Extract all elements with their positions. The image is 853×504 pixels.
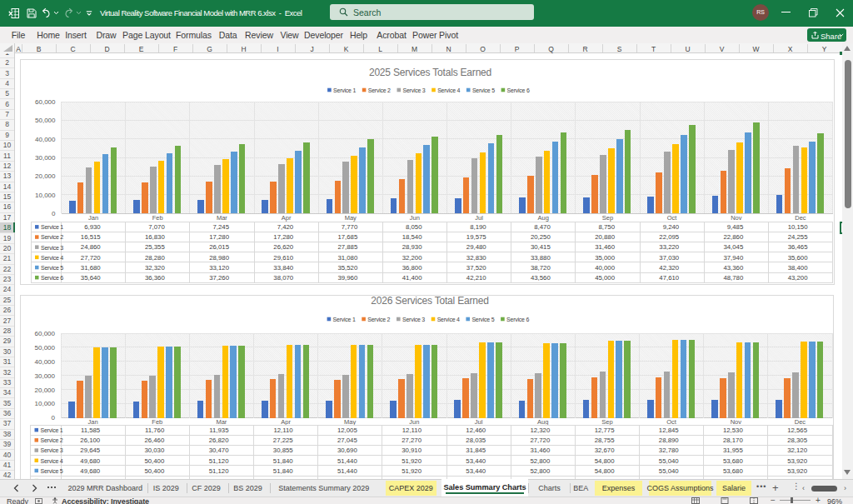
svg-text:Service 5: Service 5 (41, 264, 63, 270)
svg-text:Service 6: Service 6 (506, 87, 529, 92)
svg-text:Feb: Feb (152, 214, 162, 222)
svg-text:12,110: 12,110 (273, 426, 293, 433)
svg-text:32,200: 32,200 (402, 253, 422, 261)
svg-text:29,480: 29,480 (466, 243, 486, 251)
svg-text:Service 2: Service 2 (367, 87, 390, 92)
svg-text:Mar: Mar (216, 417, 227, 425)
svg-text:60,000: 60,000 (35, 97, 56, 105)
svg-text:17,280: 17,280 (209, 233, 230, 241)
svg-text:52,800: 52,800 (530, 467, 551, 474)
svg-text:29,610: 29,610 (273, 253, 294, 261)
svg-text:50,400: 50,400 (144, 457, 165, 464)
svg-text:52,800: 52,800 (530, 457, 551, 464)
svg-text:31,845: 31,845 (466, 447, 486, 454)
svg-text:28,755: 28,755 (595, 437, 616, 444)
svg-text:28,980: 28,980 (209, 253, 230, 261)
svg-text:33,220: 33,220 (659, 243, 680, 251)
svg-text:Jun: Jun (409, 214, 419, 222)
svg-text:28,170: 28,170 (723, 437, 744, 444)
svg-text:12,845: 12,845 (659, 426, 680, 433)
svg-text:12,110: 12,110 (402, 426, 422, 433)
svg-text:27,225: 27,225 (273, 437, 294, 444)
svg-text:36,800: 36,800 (402, 263, 422, 271)
svg-text:20,880: 20,880 (595, 233, 616, 241)
svg-text:Service 6: Service 6 (506, 316, 529, 322)
svg-text:20,000: 20,000 (35, 172, 56, 180)
svg-text:22,095: 22,095 (659, 233, 680, 241)
svg-text:Service 4: Service 4 (437, 316, 460, 322)
svg-text:Service 2: Service 2 (41, 437, 63, 443)
svg-text:May: May (344, 417, 356, 425)
svg-text:30,855: 30,855 (273, 447, 294, 454)
svg-text:Service 5: Service 5 (471, 87, 494, 92)
svg-text:9,240: 9,240 (662, 223, 679, 231)
svg-text:30,415: 30,415 (530, 243, 551, 251)
svg-text:42,320: 42,320 (659, 263, 680, 271)
svg-text:37,520: 37,520 (466, 263, 486, 271)
svg-text:51,440: 51,440 (337, 467, 358, 474)
svg-text:Dec: Dec (795, 214, 806, 222)
svg-text:43,560: 43,560 (530, 273, 551, 281)
svg-text:37,030: 37,030 (659, 253, 680, 261)
svg-text:54,800: 54,800 (595, 457, 616, 464)
svg-text:12,005: 12,005 (337, 426, 358, 433)
svg-text:2025 Services Totals Earned: 2025 Services Totals Earned (368, 66, 491, 77)
svg-text:51,920: 51,920 (402, 457, 422, 464)
svg-text:31,955: 31,955 (723, 447, 744, 454)
svg-text:Service 5: Service 5 (471, 316, 494, 322)
svg-text:33,880: 33,880 (530, 253, 551, 261)
svg-text:Jan: Jan (88, 417, 98, 425)
svg-text:11,760: 11,760 (145, 426, 165, 433)
svg-text:Service 3: Service 3 (402, 316, 425, 322)
svg-text:38,720: 38,720 (530, 263, 551, 271)
svg-text:24,255: 24,255 (787, 233, 808, 241)
svg-text:Aug: Aug (537, 214, 548, 222)
svg-text:42,210: 42,210 (466, 273, 486, 281)
svg-text:41,400: 41,400 (402, 273, 422, 281)
svg-text:Nov: Nov (731, 417, 742, 425)
svg-text:40,000: 40,000 (35, 357, 56, 365)
svg-text:Service 2: Service 2 (367, 316, 390, 322)
svg-text:51,440: 51,440 (337, 457, 358, 464)
svg-text:51,120: 51,120 (209, 467, 230, 474)
svg-text:7,245: 7,245 (212, 223, 229, 231)
svg-text:Oct: Oct (666, 214, 677, 222)
svg-text:11,935: 11,935 (209, 426, 229, 433)
svg-text:28,930: 28,930 (402, 243, 422, 251)
svg-text:55,040: 55,040 (659, 457, 680, 464)
svg-text:Dec: Dec (795, 417, 806, 425)
svg-text:27,720: 27,720 (80, 253, 101, 261)
svg-text:12,565: 12,565 (787, 426, 808, 433)
svg-text:8,470: 8,470 (534, 223, 551, 231)
svg-text:30,000: 30,000 (35, 154, 56, 162)
svg-text:49,680: 49,680 (80, 467, 101, 474)
svg-text:60,000: 60,000 (35, 329, 56, 337)
svg-text:Service 1: Service 1 (41, 427, 63, 433)
svg-text:20,000: 20,000 (35, 386, 56, 393)
svg-text:May: May (344, 214, 356, 222)
svg-text:Apr: Apr (281, 214, 291, 222)
svg-text:Oct: Oct (666, 417, 677, 425)
svg-text:Service 6: Service 6 (41, 275, 63, 281)
svg-text:26,100: 26,100 (80, 437, 101, 444)
svg-text:Service 3: Service 3 (402, 87, 425, 92)
svg-text:54,800: 54,800 (595, 467, 616, 474)
svg-text:8,050: 8,050 (405, 223, 422, 231)
svg-text:Service 2: Service 2 (41, 234, 63, 240)
svg-text:Aug: Aug (537, 417, 548, 425)
svg-text:53,920: 53,920 (787, 457, 808, 464)
svg-text:31,460: 31,460 (595, 243, 616, 251)
svg-text:20,250: 20,250 (530, 233, 551, 241)
svg-text:9,485: 9,485 (726, 223, 743, 231)
svg-text:7,770: 7,770 (341, 223, 357, 231)
svg-text:48,780: 48,780 (723, 273, 744, 281)
svg-text:32,120: 32,120 (787, 447, 808, 454)
svg-text:10,000: 10,000 (35, 400, 56, 407)
svg-text:30,910: 30,910 (402, 447, 422, 454)
svg-text:53,440: 53,440 (466, 467, 486, 474)
svg-text:50,000: 50,000 (35, 117, 56, 124)
svg-text:31,680: 31,680 (80, 263, 101, 271)
svg-text:35,000: 35,000 (595, 253, 616, 261)
svg-text:7,420: 7,420 (277, 223, 293, 231)
svg-text:0: 0 (52, 414, 56, 422)
